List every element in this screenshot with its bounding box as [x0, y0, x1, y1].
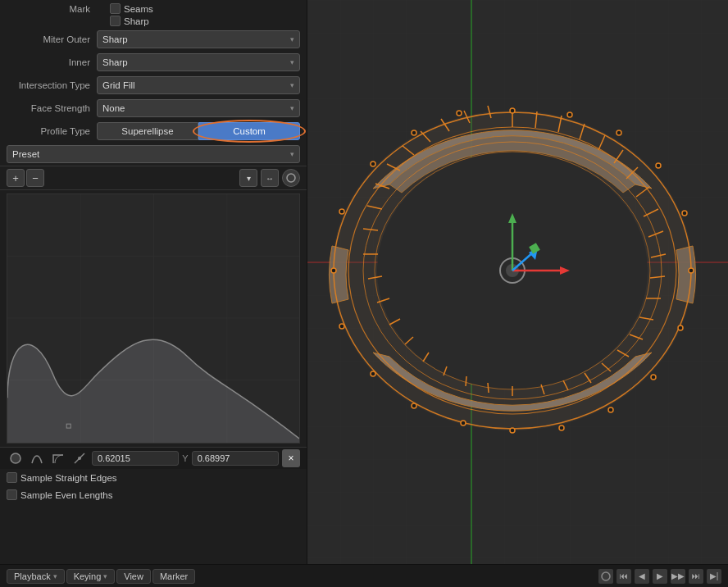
sharp-checkbox[interactable]: Sharp: [110, 16, 149, 26]
sample-even-checkbox[interactable]: Sample Even Lengths: [7, 489, 113, 500]
bottom-icon-1[interactable]: [598, 569, 613, 584]
intersection-type-dropdown-inner[interactable]: Grid Fill ▾: [97, 76, 300, 94]
preset-dropdown[interactable]: Preset ▾: [7, 145, 300, 163]
custom-label: Custom: [233, 126, 266, 136]
miter-outer-value: Sharp: [102, 34, 128, 44]
curve-controls: + − ▾ ↔: [0, 166, 307, 190]
curve-icon-2[interactable]: [28, 449, 46, 467]
bottom-icon-1-svg: [601, 571, 611, 581]
bottom-bar: Playback ▾ Keying ▾ View Marker ⏮ ◀ ▶ ▶▶…: [0, 564, 728, 587]
face-strength-arrow-icon: ▾: [290, 104, 294, 112]
flip-button[interactable]: ↔: [261, 169, 279, 187]
svg-point-65: [567, 112, 572, 117]
keying-arrow-icon: ▾: [103, 572, 107, 580]
sample-even-box[interactable]: [7, 489, 17, 500]
svg-point-75: [461, 421, 466, 425]
svg-point-0: [287, 174, 295, 182]
add-point-button[interactable]: +: [7, 169, 25, 187]
curve-icon-4[interactable]: [71, 449, 89, 467]
svg-point-77: [371, 371, 375, 376]
minus-icon: −: [32, 172, 39, 184]
svg-point-64: [510, 108, 515, 113]
keying-label: Keying: [74, 571, 102, 581]
sample-even-label: Sample Even Lengths: [20, 490, 113, 500]
svg-point-68: [682, 211, 687, 216]
miter-outer-dropdown-inner[interactable]: Sharp ▾: [97, 30, 300, 48]
seams-checkbox-box[interactable]: [110, 3, 121, 14]
preset-arrow-icon: ▾: [290, 150, 294, 158]
sharp-label: Sharp: [124, 16, 149, 26]
jump-start-button[interactable]: ⏮: [617, 569, 631, 584]
sharp-row: Sharp: [0, 16, 307, 28]
playback-button[interactable]: Playback ▾: [7, 569, 65, 584]
preset-value: Preset: [12, 149, 39, 159]
inner-row: Inner Sharp ▾: [0, 51, 307, 74]
curve-icon-3[interactable]: [49, 449, 67, 467]
profile-type-row: Profile Type Superellipse Custom: [0, 120, 307, 143]
mark-row: Mark Seams: [0, 0, 307, 16]
inner-value: Sharp: [102, 57, 128, 67]
face-strength-dropdown[interactable]: None ▾: [97, 99, 300, 117]
play-button[interactable]: ▶: [653, 569, 667, 584]
more-button[interactable]: ▶|: [707, 569, 721, 584]
close-icon: ×: [288, 453, 293, 464]
curve-icon-1-svg: [9, 452, 22, 465]
seams-label: Seams: [124, 4, 153, 14]
svg-point-69: [689, 268, 694, 273]
inner-arrow-icon: ▾: [290, 58, 294, 66]
prev-frame-button[interactable]: ◀: [635, 569, 649, 584]
face-strength-label: Face Strength: [7, 103, 97, 113]
remove-point-button[interactable]: −: [26, 169, 44, 187]
sample-straight-row: Sample Straight Edges: [0, 469, 307, 486]
sample-straight-checkbox[interactable]: Sample Straight Edges: [7, 472, 117, 483]
inner-dropdown-inner[interactable]: Sharp ▾: [97, 53, 300, 71]
view-button[interactable]: View: [116, 569, 151, 584]
miter-outer-dropdown[interactable]: Sharp ▾: [97, 30, 300, 48]
close-button[interactable]: ×: [282, 449, 300, 467]
sample-even-row: Sample Even Lengths: [0, 486, 307, 503]
coord-y-label: Y: [182, 453, 188, 463]
left-panel: Mark Seams Sharp Miter Outer Sharp ▾ Inn…: [0, 0, 307, 587]
dropdown-small-button[interactable]: ▾: [239, 169, 257, 187]
coord-y-value[interactable]: 0.68997: [192, 451, 279, 466]
sample-straight-label: Sample Straight Edges: [20, 473, 117, 483]
marker-button[interactable]: Marker: [152, 569, 195, 584]
curve-grid-svg: [7, 194, 299, 443]
coord-x-value[interactable]: 0.62015: [92, 451, 179, 466]
curve-canvas[interactable]: [7, 193, 300, 444]
svg-point-76: [412, 403, 416, 408]
circle-button[interactable]: [282, 169, 300, 187]
custom-button[interactable]: Custom: [198, 122, 300, 140]
marker-label: Marker: [160, 571, 188, 581]
svg-point-67: [656, 163, 661, 168]
curve-icon-1[interactable]: [7, 449, 25, 467]
profile-type-buttons: Superellipse Custom: [97, 122, 300, 140]
svg-line-46: [488, 383, 489, 393]
svg-point-80: [339, 209, 344, 214]
keying-button[interactable]: Keying ▾: [66, 569, 116, 584]
svg-point-71: [651, 375, 656, 380]
intersection-type-value: Grid Fill: [102, 80, 135, 90]
face-strength-value: None: [102, 103, 125, 113]
face-strength-dropdown-inner[interactable]: None ▾: [97, 99, 300, 117]
svg-point-73: [559, 425, 564, 430]
intersection-type-row: Intersection Type Grid Fill ▾: [0, 74, 307, 97]
flip-icon: ↔: [266, 174, 274, 183]
svg-point-79: [331, 268, 336, 273]
playback-arrow-icon: ▾: [53, 572, 57, 580]
svg-line-47: [466, 376, 466, 386]
intersection-type-dropdown[interactable]: Grid Fill ▾: [97, 76, 300, 94]
superellipse-button[interactable]: Superellipse: [97, 122, 198, 140]
inner-dropdown[interactable]: Sharp ▾: [97, 53, 300, 71]
viewport[interactable]: [307, 0, 728, 564]
jump-end-button[interactable]: ⏭: [689, 569, 703, 584]
seams-checkbox[interactable]: Seams: [110, 3, 153, 14]
circle-icon: [286, 173, 296, 183]
svg-point-83: [457, 111, 462, 116]
inner-label: Inner: [7, 57, 97, 67]
sample-straight-box[interactable]: [7, 472, 17, 483]
miter-outer-arrow-icon: ▾: [290, 35, 294, 43]
next-frame-button[interactable]: ▶▶: [671, 569, 685, 584]
sharp-checkbox-box[interactable]: [110, 16, 121, 26]
view-label: View: [124, 571, 143, 581]
